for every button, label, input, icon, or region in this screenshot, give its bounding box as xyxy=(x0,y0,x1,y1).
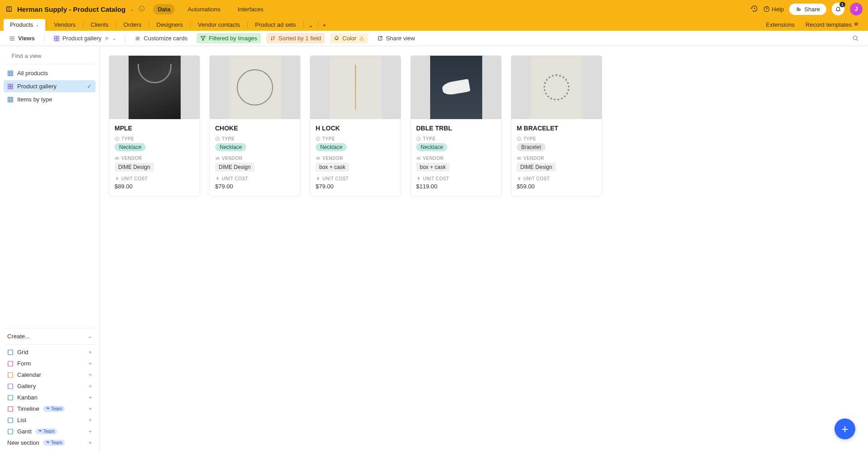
add-icon[interactable]: + xyxy=(88,383,92,389)
table-tabs: Products⌄VendorsClientsOrdersDesignersVe… xyxy=(0,18,868,31)
sidebar-view-item[interactable]: All products xyxy=(4,67,96,79)
svg-rect-4 xyxy=(54,36,56,38)
type-tag: Necklace xyxy=(416,143,447,151)
chevron-down-icon: ⌄ xyxy=(88,333,92,339)
create-view-option[interactable]: Grid+ xyxy=(4,346,96,358)
sidebar-view-item[interactable]: Product gallery✓ xyxy=(4,80,96,92)
grid-icon xyxy=(7,96,14,103)
table-tab[interactable]: Vendor contacts xyxy=(192,19,246,31)
add-icon[interactable]: + xyxy=(88,405,92,412)
create-label: Grid xyxy=(17,349,29,356)
create-label: List xyxy=(17,417,26,423)
field-label-cost: UNIT COST xyxy=(215,176,295,181)
svg-rect-25 xyxy=(8,406,13,411)
add-section-button[interactable]: + xyxy=(88,439,92,446)
share-button[interactable]: Share xyxy=(789,4,826,15)
create-label: Gantt xyxy=(17,428,32,435)
team-badge: Team xyxy=(43,440,65,446)
create-view-option[interactable]: Form+ xyxy=(4,358,96,369)
color-chip[interactable]: Color xyxy=(330,33,368,43)
create-view-option[interactable]: List+ xyxy=(4,414,96,426)
history-icon[interactable] xyxy=(751,5,758,14)
table-tab[interactable]: Designers xyxy=(150,19,190,31)
product-card[interactable]: MPLE TYPE Necklace VENDOR DIME Design UN… xyxy=(109,55,200,197)
sidebar-view-item[interactable]: Items by type xyxy=(4,93,96,106)
add-record-fab[interactable]: + xyxy=(834,418,855,439)
team-badge: Team xyxy=(43,406,65,412)
nav-interfaces[interactable]: Interfaces xyxy=(233,4,268,14)
product-name: H LOCK xyxy=(316,125,395,132)
vendor-value: DIME Design xyxy=(115,163,154,172)
product-card[interactable]: M BRACELET TYPE Bracelet VENDOR DIME Des… xyxy=(511,55,602,197)
table-tab[interactable]: Product ad sets xyxy=(249,19,302,31)
view-type-icon xyxy=(7,349,14,356)
nav-automations[interactable]: Automations xyxy=(183,4,225,14)
add-icon[interactable]: + xyxy=(88,360,92,367)
svg-point-26 xyxy=(47,408,48,409)
product-thumbnail xyxy=(411,56,501,119)
table-tab[interactable]: Products⌄ xyxy=(4,19,45,31)
add-icon[interactable]: + xyxy=(88,349,92,356)
share-view-button[interactable]: Share view xyxy=(374,33,418,43)
svg-point-12 xyxy=(7,56,8,56)
svg-point-35 xyxy=(216,137,219,140)
nav-data[interactable]: Data xyxy=(153,4,175,14)
add-icon[interactable]: + xyxy=(88,417,92,423)
notifications-button[interactable]: 1 xyxy=(832,3,844,15)
new-section-label[interactable]: New section xyxy=(7,439,39,446)
table-tab[interactable]: Clients xyxy=(84,19,115,31)
check-icon: ✓ xyxy=(87,83,92,90)
customize-cards-button[interactable]: Customize cards xyxy=(131,33,191,43)
vendor-value: DIME Design xyxy=(517,163,556,172)
user-avatar[interactable]: J xyxy=(850,3,863,15)
product-card[interactable]: H LOCK TYPE Necklace VENDOR box + cask U… xyxy=(310,55,401,197)
create-view-option[interactable]: Calendar+ xyxy=(4,369,96,380)
view-search[interactable] xyxy=(4,50,96,62)
svg-point-34 xyxy=(115,137,119,140)
view-search-input[interactable] xyxy=(12,53,88,59)
create-label: Calendar xyxy=(17,371,41,378)
table-tab[interactable]: Orders xyxy=(117,19,148,31)
create-view-option[interactable]: Kanban+ xyxy=(4,392,96,403)
product-card[interactable]: DBLE TRBL TYPE Necklace VENDOR box + cas… xyxy=(410,55,502,197)
svg-rect-20 xyxy=(8,350,13,355)
product-card[interactable]: CHOKE TYPE Necklace VENDOR DIME Design U… xyxy=(209,55,301,197)
sort-chip[interactable]: Sorted by 1 field xyxy=(266,33,325,43)
record-templates-link[interactable]: Record templates xyxy=(800,21,864,28)
base-title[interactable]: Herman Supply - Product Catalog xyxy=(17,5,125,13)
svg-rect-14 xyxy=(8,71,13,76)
title-chevron-icon[interactable]: ⌄ xyxy=(130,6,134,12)
view-type-icon xyxy=(7,394,14,401)
views-button[interactable]: Views xyxy=(5,33,38,43)
field-label-cost: UNIT COST xyxy=(316,176,395,181)
view-type-icon xyxy=(7,406,14,412)
add-icon[interactable]: + xyxy=(88,371,92,378)
create-view-option[interactable]: GanttTeam+ xyxy=(4,426,96,437)
svg-point-33 xyxy=(48,442,49,443)
extensions-link[interactable]: Extensions xyxy=(761,21,801,28)
current-view-name[interactable]: Product gallery ⌄ xyxy=(50,33,120,43)
create-label: Form xyxy=(17,360,31,367)
add-table-button[interactable]: + xyxy=(319,19,330,31)
create-view-option[interactable]: Gallery+ xyxy=(4,380,96,392)
table-tab[interactable]: Vendors xyxy=(48,19,82,31)
gallery-icon xyxy=(7,83,14,90)
svg-rect-28 xyxy=(8,418,13,423)
create-view-option[interactable]: TimelineTeam+ xyxy=(4,403,96,414)
view-type-icon xyxy=(7,383,14,389)
settings-icon[interactable] xyxy=(91,53,92,59)
search-records-button[interactable] xyxy=(849,33,863,43)
filter-chip[interactable]: Filtered by Images xyxy=(197,33,261,43)
view-type-icon xyxy=(7,428,14,435)
add-icon[interactable]: + xyxy=(88,428,92,435)
svg-point-3 xyxy=(799,9,801,10)
grid-icon xyxy=(7,70,14,77)
add-icon[interactable]: + xyxy=(88,394,92,401)
cost-value: $79.00 xyxy=(215,183,295,190)
help-link[interactable]: Help xyxy=(763,6,784,13)
info-icon[interactable] xyxy=(139,5,145,13)
svg-rect-24 xyxy=(8,395,13,400)
tables-menu-chevron-icon[interactable]: ⌄ xyxy=(305,19,317,31)
create-section-toggle[interactable]: Create... ⌄ xyxy=(4,330,96,342)
cost-value: $89.00 xyxy=(115,183,194,190)
